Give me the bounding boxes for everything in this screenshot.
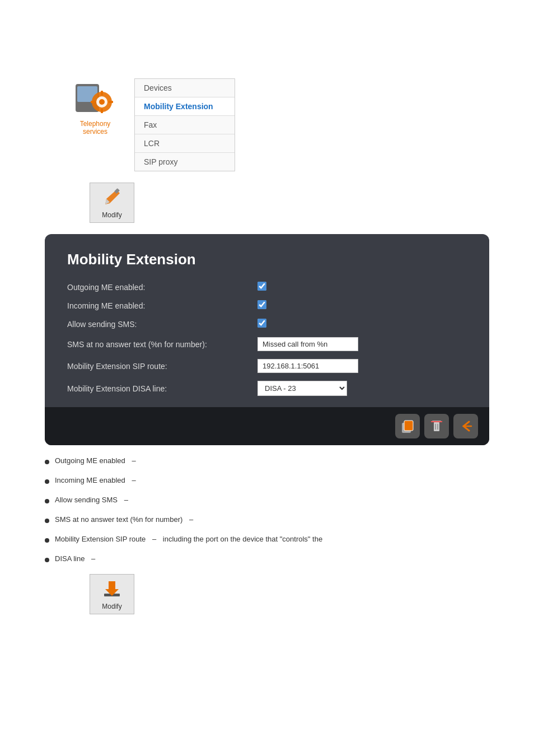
- svg-rect-6: [101, 109, 103, 113]
- top-section: Telephony services Devices Mobility Exte…: [67, 78, 523, 171]
- bullet-item-4: SMS at no answer text (%n for number) –: [45, 515, 489, 524]
- modify-button-bottom[interactable]: Modify: [90, 574, 134, 614]
- label-outgoing-me: Outgoing ME enabled:: [67, 283, 257, 292]
- input-sip-route[interactable]: [257, 359, 358, 373]
- nav-item-sip-proxy[interactable]: SIP proxy: [135, 153, 235, 171]
- checkbox-incoming-me[interactable]: [257, 300, 266, 309]
- bullet-right-5: including the port on the device that "c…: [163, 535, 322, 543]
- bullet-dash-2: –: [132, 476, 135, 484]
- label-allow-sms: Allow sending SMS:: [67, 320, 257, 329]
- bullet-dash-3: –: [124, 496, 128, 504]
- modify-label-top: Modify: [102, 211, 121, 219]
- control-sms-text: [257, 337, 467, 351]
- checkbox-allow-sms[interactable]: [257, 319, 266, 328]
- svg-rect-5: [101, 91, 103, 95]
- bullet-item-6: DISA line –: [45, 554, 489, 563]
- back-button[interactable]: [453, 414, 478, 438]
- telephony-icon-box: Telephony services: [67, 78, 123, 136]
- download-pencil-icon: [101, 578, 123, 600]
- bullet-dash-6: –: [91, 554, 95, 563]
- back-icon: [458, 418, 474, 434]
- form-row-allow-sms: Allow sending SMS:: [67, 319, 467, 329]
- bullet-dot-4: [45, 519, 49, 523]
- select-disa-line[interactable]: DISA - 23 DISA - 24 DISA - 25: [257, 381, 347, 396]
- nav-item-fax[interactable]: Fax: [135, 116, 235, 134]
- nav-item-devices[interactable]: Devices: [135, 79, 235, 97]
- bullet-left-2: Incoming ME enabled: [55, 476, 125, 484]
- bullet-item-5: Mobility Extension SIP route – including…: [45, 535, 489, 543]
- panel-title: Mobility Extension: [67, 251, 467, 268]
- checkbox-outgoing-me[interactable]: [257, 282, 266, 291]
- svg-rect-15: [434, 422, 439, 431]
- input-sms-text[interactable]: [257, 337, 358, 351]
- control-disa-line: DISA - 23 DISA - 24 DISA - 25: [257, 381, 467, 396]
- bullet-left-6: DISA line: [55, 554, 85, 563]
- bullet-section: Outgoing ME enabled – Incoming ME enable…: [45, 456, 489, 563]
- label-sip-route: Mobility Extension SIP route:: [67, 362, 257, 371]
- bullet-text-5: Mobility Extension SIP route – including…: [55, 535, 489, 543]
- nav-item-lcr[interactable]: LCR: [135, 134, 235, 153]
- delete-icon: [429, 418, 444, 434]
- bullet-item-2: Incoming ME enabled –: [45, 476, 489, 484]
- svg-rect-13: [404, 421, 413, 431]
- form-row-outgoing-me: Outgoing ME enabled:: [67, 282, 467, 292]
- bullet-dot-2: [45, 479, 49, 484]
- label-sms-text: SMS at no answer text (%n for number):: [67, 340, 257, 349]
- svg-point-4: [99, 99, 105, 105]
- form-row-sms-text: SMS at no answer text (%n for number):: [67, 337, 467, 351]
- modify-btn-bottom-container: Modify: [90, 574, 523, 614]
- label-incoming-me: Incoming ME enabled:: [67, 301, 257, 310]
- copy-button[interactable]: [395, 414, 420, 438]
- bullet-text-4: SMS at no answer text (%n for number) –: [55, 515, 489, 524]
- svg-rect-7: [91, 101, 95, 103]
- bullet-left-5: Mobility Extension SIP route: [55, 535, 146, 543]
- svg-rect-8: [109, 101, 113, 103]
- control-outgoing-me: [257, 282, 467, 292]
- mobility-extension-panel: Mobility Extension Outgoing ME enabled: …: [45, 234, 489, 445]
- bullet-left-3: Allow sending SMS: [55, 496, 118, 504]
- modify-btn-top-container: Modify: [90, 183, 523, 223]
- modify-label-bottom: Modify: [102, 603, 121, 610]
- bullet-item-1: Outgoing ME enabled –: [45, 456, 489, 465]
- form-row-sip-route: Mobility Extension SIP route:: [67, 359, 467, 373]
- bullet-dash-5: –: [152, 535, 156, 543]
- bullet-text-6: DISA line –: [55, 554, 489, 563]
- label-disa-line: Mobility Extension DISA line:: [67, 384, 257, 393]
- telephony-label: Telephony services: [67, 120, 123, 136]
- copy-icon: [400, 418, 415, 434]
- bullet-dash-4: –: [189, 515, 193, 524]
- bullet-left-4: SMS at no answer text (%n for number): [55, 515, 182, 524]
- control-incoming-me: [257, 300, 467, 311]
- nav-item-mobility-extension[interactable]: Mobility Extension: [135, 97, 235, 116]
- form-row-incoming-me: Incoming ME enabled:: [67, 300, 467, 311]
- bullet-text-3: Allow sending SMS –: [55, 496, 489, 504]
- telephony-icon: [73, 78, 118, 118]
- bullet-text-1: Outgoing ME enabled –: [55, 456, 489, 465]
- form-row-disa-line: Mobility Extension DISA line: DISA - 23 …: [67, 381, 467, 396]
- bullet-dash-1: –: [132, 456, 135, 465]
- modify-button-top[interactable]: Modify: [90, 183, 134, 223]
- bullet-item-3: Allow sending SMS –: [45, 496, 489, 504]
- bullet-dot-3: [45, 499, 49, 503]
- bullet-text-2: Incoming ME enabled –: [55, 476, 489, 484]
- control-sip-route: [257, 359, 467, 373]
- nav-menu: Devices Mobility Extension Fax LCR SIP p…: [134, 78, 235, 171]
- bullet-dot-1: [45, 460, 49, 464]
- panel-bottom-bar: [45, 407, 489, 445]
- control-allow-sms: [257, 319, 467, 329]
- bullet-dot-5: [45, 538, 49, 543]
- bullet-left-1: Outgoing ME enabled: [55, 456, 125, 465]
- bullet-dot-6: [45, 558, 49, 562]
- delete-button[interactable]: [424, 414, 449, 438]
- pencil-icon: [101, 186, 123, 209]
